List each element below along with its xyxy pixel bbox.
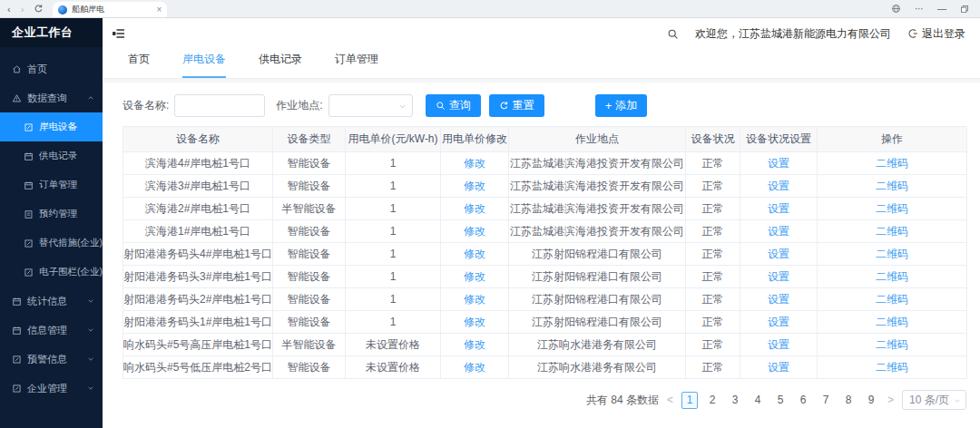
qrcode-link[interactable]: 二维码: [876, 269, 908, 285]
modify-link[interactable]: 修改: [464, 179, 485, 194]
browser-tab[interactable]: 船舶岸电 ×: [53, 2, 167, 17]
chevron-down-icon: [954, 397, 961, 404]
reset-button[interactable]: 重置: [489, 94, 544, 117]
search-icon[interactable]: [667, 28, 679, 40]
qrcode-link[interactable]: 二维码: [876, 337, 908, 353]
tab-order-management[interactable]: 订单管理: [335, 52, 378, 78]
table-row: 滨海港1#岸电桩1号口 智能设备 1 修改 江苏盐城港滨海港投资开发有限公司 正…: [123, 220, 966, 243]
device-status-cell: 正常: [686, 311, 740, 334]
unit-price-cell: 1: [346, 288, 441, 311]
close-tab-icon[interactable]: ×: [157, 5, 162, 15]
modify-link[interactable]: 修改: [464, 292, 485, 307]
status-setting-link[interactable]: 设置: [768, 224, 789, 239]
forward-icon[interactable]: ›: [21, 4, 24, 15]
data-query-icon: [12, 93, 22, 103]
modify-link[interactable]: 修改: [464, 360, 485, 375]
device-name-input[interactable]: [174, 94, 265, 117]
device-status-cell: 正常: [686, 356, 740, 379]
modify-link[interactable]: 修改: [464, 224, 485, 239]
tab-bar: 首页 岸电设备 供电记录 订单管理: [103, 49, 980, 79]
back-icon[interactable]: ‹: [7, 4, 11, 15]
record-doc-icon: [24, 151, 34, 161]
qrcode-link[interactable]: 二维码: [876, 360, 908, 375]
status-setting-link[interactable]: 设置: [768, 179, 789, 194]
page-1[interactable]: 1: [681, 392, 698, 409]
sidebar-item-info-management[interactable]: 信息管理: [0, 316, 103, 345]
table-row: 射阳港港务码头3#岸电桩1号口 智能设备 1 修改 江苏射阳锦程港口有限公司 正…: [123, 266, 966, 288]
more-menu-icon[interactable]: ⋯: [915, 4, 924, 14]
tab-home[interactable]: 首页: [128, 52, 150, 78]
sidebar-item-alternative-measures[interactable]: 替代措施(企业): [0, 229, 103, 258]
col-price-modify: 用电单价修改: [441, 127, 509, 152]
status-setting-link[interactable]: 设置: [768, 337, 789, 353]
page-5[interactable]: 5: [772, 392, 789, 409]
col-status-setting: 设备状况设置: [740, 127, 818, 152]
menu-fold-icon[interactable]: [112, 26, 126, 41]
qrcode-link[interactable]: 二维码: [876, 156, 908, 171]
tab-shore-power-device[interactable]: 岸电设备: [182, 52, 226, 78]
logout-button[interactable]: 退出登录: [907, 26, 965, 42]
unit-price-cell: 1: [346, 198, 441, 220]
tab-power-records[interactable]: 供电记录: [259, 52, 302, 78]
status-setting-link[interactable]: 设置: [768, 247, 789, 262]
location-select[interactable]: [328, 94, 413, 117]
sidebar-item-data-query[interactable]: 数据查询: [0, 83, 103, 112]
page-3[interactable]: 3: [727, 392, 743, 409]
sidebar-item-warning-info[interactable]: 预警信息: [0, 345, 103, 374]
sidebar-item-order-management[interactable]: 订单管理: [0, 170, 103, 199]
table-row: 滨海港2#岸电桩1号口 半智能设备 1 修改 江苏盐城港滨海港投资开发有限公司 …: [123, 198, 966, 220]
device-name-cell: 滨海港1#岸电桩1号口: [123, 220, 273, 243]
page-4[interactable]: 4: [750, 392, 766, 409]
qrcode-link[interactable]: 二维码: [876, 179, 908, 194]
page-2[interactable]: 2: [704, 392, 720, 409]
status-setting-link[interactable]: 设置: [768, 201, 789, 217]
prev-page-icon[interactable]: <: [665, 394, 675, 406]
minimize-icon[interactable]: —: [937, 4, 946, 14]
status-setting-link[interactable]: 设置: [768, 292, 789, 307]
search-button[interactable]: 查询: [426, 94, 481, 117]
qrcode-link[interactable]: 二维码: [876, 224, 908, 239]
globe-icon[interactable]: [891, 4, 901, 14]
qrcode-link[interactable]: 二维码: [876, 201, 908, 217]
device-doc-icon: [24, 122, 34, 132]
restore-window-icon[interactable]: [960, 5, 969, 14]
page-8[interactable]: 8: [840, 392, 857, 409]
sidebar-item-enterprise-management[interactable]: 企业管理: [0, 374, 103, 403]
work-location-cell: 江苏盐城港滨海港投资开发有限公司: [509, 152, 686, 175]
unit-price-cell: 1: [346, 311, 441, 334]
page-7[interactable]: 7: [818, 392, 834, 409]
sidebar-item-power-records[interactable]: 供电记录: [0, 141, 103, 170]
sidebar-item-home[interactable]: 首页: [0, 54, 103, 83]
refresh-icon[interactable]: [34, 4, 44, 14]
sidebar-item-reservation-management[interactable]: 预约管理: [0, 199, 103, 229]
sidebar-item-electronic-fence[interactable]: 电子围栏(企业): [0, 258, 103, 287]
modify-link[interactable]: 修改: [464, 156, 485, 171]
status-setting-link[interactable]: 设置: [768, 269, 789, 285]
device-status-cell: 正常: [686, 152, 740, 175]
device-status-cell: 正常: [686, 220, 740, 243]
page-size-select[interactable]: 10 条/页: [902, 390, 966, 410]
qrcode-link[interactable]: 二维码: [876, 292, 908, 307]
modify-link[interactable]: 修改: [464, 337, 485, 353]
status-setting-link[interactable]: 设置: [768, 315, 789, 330]
table-row: 射阳港港务码头1#岸电桩1号口 智能设备 1 修改 江苏射阳锦程港口有限公司 正…: [123, 311, 966, 334]
ship-favicon: [58, 5, 67, 15]
modify-link[interactable]: 修改: [464, 247, 485, 262]
qrcode-link[interactable]: 二维码: [876, 315, 908, 330]
modify-link[interactable]: 修改: [464, 269, 485, 285]
add-button[interactable]: + 添加: [595, 94, 648, 117]
table-body: 滨海港4#岸电桩1号口 智能设备 1 修改 江苏盐城港滨海港投资开发有限公司 正…: [123, 152, 966, 379]
status-setting-link[interactable]: 设置: [768, 360, 789, 375]
qrcode-link[interactable]: 二维码: [876, 247, 908, 262]
modify-link[interactable]: 修改: [464, 201, 485, 217]
chevron-up-icon: [87, 94, 94, 102]
status-setting-link[interactable]: 设置: [768, 156, 789, 171]
modify-link[interactable]: 修改: [464, 315, 485, 330]
device-type-cell: 智能设备: [273, 356, 346, 379]
refresh-icon: [499, 101, 509, 111]
sidebar-item-statistics[interactable]: 统计信息: [0, 287, 103, 316]
next-page-icon[interactable]: >: [886, 394, 896, 406]
page-6[interactable]: 6: [795, 392, 811, 409]
sidebar-item-shore-power-device[interactable]: 岸电设备: [0, 112, 103, 141]
page-9[interactable]: 9: [863, 392, 879, 409]
